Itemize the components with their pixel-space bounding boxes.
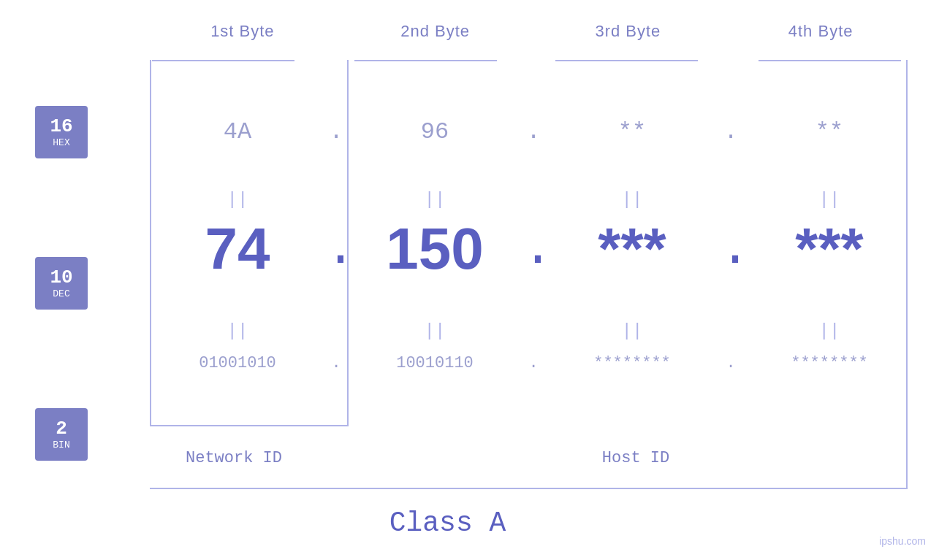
dec-label: DEC: [53, 288, 69, 299]
bin-label: BIN: [53, 440, 69, 450]
eq-2-3: ||: [544, 321, 720, 341]
bin-badge: 2 BIN: [35, 408, 88, 461]
hex-badge: 16 HEX: [35, 106, 88, 158]
host-id-label: Host ID: [354, 449, 917, 467]
eq-row-1: || || || ||: [150, 190, 917, 210]
eq-1-2: ||: [347, 190, 522, 210]
eq-2-1: ||: [150, 321, 325, 341]
dec-row: 74 . 150 . *** . ***: [150, 215, 917, 283]
dec-dot-3: .: [720, 220, 742, 278]
hex-val-4: **: [742, 118, 917, 145]
hex-dot-1: .: [325, 118, 347, 145]
class-label: Class A: [0, 507, 895, 539]
hex-val-3: **: [544, 118, 720, 145]
bin-val-1: 01001010: [150, 354, 325, 372]
base-labels: 16 HEX 10 DEC 2 BIN: [35, 106, 88, 461]
dec-num: 10: [50, 267, 72, 288]
eq-1-1: ||: [150, 190, 325, 210]
bin-val-4: ********: [742, 354, 917, 372]
bin-dot-3: .: [720, 354, 742, 372]
byte-header-2: 2nd Byte: [339, 22, 532, 41]
eq-2-4: ||: [742, 321, 917, 341]
bin-dot-1: .: [325, 354, 347, 372]
dec-val-2: 150: [347, 215, 522, 283]
h-line-bottom-network: [150, 425, 349, 426]
dec-val-3: ***: [544, 215, 720, 283]
eq-row-2: || || || ||: [150, 321, 917, 341]
hex-label: HEX: [53, 137, 69, 148]
bin-val-3: ********: [544, 354, 720, 372]
dec-val-1: 74: [150, 215, 325, 283]
eq-2-2: ||: [347, 321, 522, 341]
bin-dot-2: .: [522, 354, 544, 372]
bracket-top-4: [759, 60, 901, 61]
hex-dot-3: .: [720, 118, 742, 145]
bin-num: 2: [56, 418, 67, 440]
dec-val-4: ***: [742, 215, 917, 283]
bottom-bracket: [150, 488, 908, 489]
eq-1-3: ||: [544, 190, 720, 210]
network-id-label: Network ID: [113, 449, 354, 467]
byte-headers: 1st Byte 2nd Byte 3rd Byte 4th Byte: [146, 22, 917, 41]
hex-val-1: 4A: [150, 118, 325, 145]
byte-header-1: 1st Byte: [146, 22, 339, 41]
bracket-top-1: [152, 60, 294, 61]
byte-header-4: 4th Byte: [724, 22, 917, 41]
byte-header-3: 3rd Byte: [532, 22, 725, 41]
dec-dot-2: .: [522, 220, 544, 278]
hex-num: 16: [50, 116, 72, 137]
hex-row: 4A . 96 . ** . **: [150, 118, 917, 145]
dec-dot-1: .: [325, 220, 347, 278]
bracket-top-3: [555, 60, 698, 61]
hex-val-2: 96: [347, 118, 522, 145]
id-labels: Network ID Host ID: [113, 449, 917, 467]
watermark: ipshu.com: [879, 535, 926, 547]
eq-1-4: ||: [742, 190, 917, 210]
bin-val-2: 10010110: [347, 354, 522, 372]
bracket-top-2: [354, 60, 497, 61]
main-container: 1st Byte 2nd Byte 3rd Byte 4th Byte 16 H…: [0, 0, 939, 560]
dec-badge: 10 DEC: [35, 257, 88, 310]
bin-row: 01001010 . 10010110 . ******** . *******…: [150, 354, 917, 372]
hex-dot-2: .: [522, 118, 544, 145]
